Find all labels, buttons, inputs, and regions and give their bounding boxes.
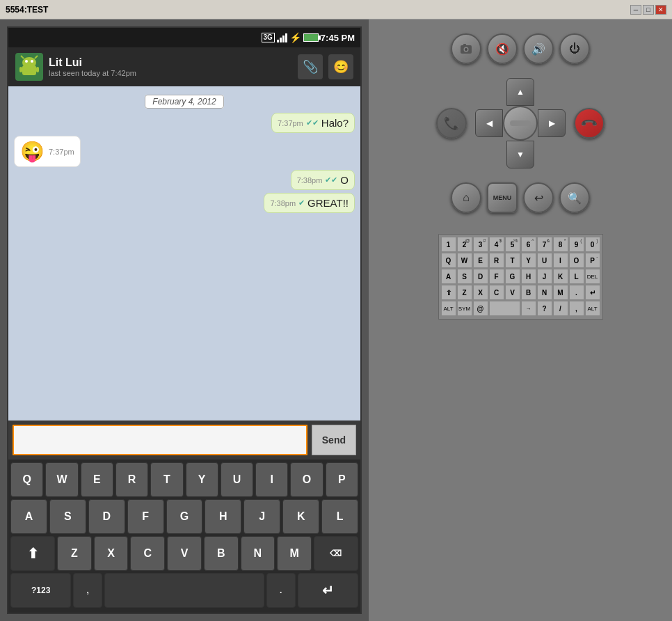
key-w[interactable]: W	[45, 462, 78, 497]
attach-button[interactable]: 📎	[298, 54, 323, 79]
key-v[interactable]: V	[167, 536, 202, 571]
key-y[interactable]: Y	[186, 462, 218, 497]
key-u[interactable]: U	[221, 462, 253, 497]
mini-key-t[interactable]: T	[505, 253, 520, 268]
mini-key-shift[interactable]: ⇧	[441, 285, 456, 300]
mini-key-7[interactable]: 7&	[537, 237, 552, 252]
mini-key-x[interactable]: X	[473, 285, 488, 300]
key-c[interactable]: C	[130, 536, 165, 571]
key-x[interactable]: X	[94, 536, 129, 571]
key-b[interactable]: B	[204, 536, 239, 571]
maximize-button[interactable]: □	[643, 5, 654, 15]
mini-key-u[interactable]: U	[537, 253, 552, 268]
volume-up-button[interactable]: 🔊	[523, 33, 554, 64]
emoji-button[interactable]: 😊	[328, 54, 353, 79]
key-period[interactable]: .	[266, 573, 296, 608]
key-e[interactable]: E	[81, 462, 113, 497]
mini-key-l[interactable]: L	[569, 269, 584, 284]
call-green-button[interactable]: 📞	[436, 108, 467, 139]
mini-key-3[interactable]: 3#	[473, 237, 488, 252]
key-d[interactable]: D	[88, 499, 125, 534]
search-button[interactable]: 🔍	[559, 182, 590, 213]
mini-key-k[interactable]: K	[553, 269, 568, 284]
mini-key-8[interactable]: 8*	[553, 237, 568, 252]
key-t[interactable]: T	[150, 462, 183, 497]
key-i[interactable]: I	[255, 462, 288, 497]
key-h[interactable]: H	[205, 499, 241, 534]
mini-key-j[interactable]: J	[537, 269, 552, 284]
close-button[interactable]: ✕	[655, 5, 666, 15]
mini-key-w[interactable]: W	[457, 253, 472, 268]
mini-key-g[interactable]: G	[505, 269, 520, 284]
key-g[interactable]: G	[166, 499, 203, 534]
mini-key-s[interactable]: S	[457, 269, 472, 284]
mini-key-space[interactable]	[489, 301, 520, 316]
mini-key-z[interactable]: Z	[457, 285, 472, 300]
key-p[interactable]: P	[326, 462, 358, 497]
mini-key-m[interactable]: M	[553, 285, 568, 300]
key-comma[interactable]: ,	[73, 573, 102, 608]
mini-key-comma[interactable]: ,	[569, 301, 584, 316]
mini-key-q[interactable]: Q	[441, 253, 456, 268]
key-f[interactable]: F	[127, 499, 164, 534]
camera-button[interactable]	[451, 33, 481, 64]
mini-key-i[interactable]: I	[553, 253, 568, 268]
mini-key-sym[interactable]: SYM	[457, 301, 472, 316]
mini-key-c[interactable]: C	[489, 285, 504, 300]
mini-key-a[interactable]: A	[441, 269, 456, 284]
key-z[interactable]: Z	[57, 536, 92, 571]
mini-key-9[interactable]: 9(	[569, 237, 584, 252]
mini-key-del[interactable]: DEL	[585, 269, 600, 284]
key-m[interactable]: M	[277, 536, 312, 571]
key-numbers[interactable]: ?123	[10, 573, 71, 608]
mini-key-question[interactable]: ?	[537, 301, 552, 316]
mini-key-alt-right[interactable]: ALT	[585, 301, 600, 316]
dpad-up-button[interactable]: ▲	[506, 78, 534, 106]
mini-key-h[interactable]: H	[521, 269, 536, 284]
key-o[interactable]: O	[290, 462, 323, 497]
mini-key-arrow[interactable]: →	[521, 301, 536, 316]
key-r[interactable]: R	[115, 462, 148, 497]
dpad-right-button[interactable]: ▶	[538, 109, 566, 137]
dpad-center-button[interactable]	[503, 106, 538, 141]
mini-key-period[interactable]: .	[569, 285, 584, 300]
mini-key-o[interactable]: O	[569, 253, 584, 268]
key-k[interactable]: K	[282, 499, 319, 534]
mini-key-at[interactable]: @	[473, 301, 488, 316]
back-button[interactable]: ↩	[523, 182, 554, 213]
key-enter[interactable]: ↵	[298, 573, 358, 608]
mini-key-2[interactable]: 2@	[457, 237, 472, 252]
mini-key-f[interactable]: F	[489, 269, 504, 284]
mini-key-d[interactable]: D	[473, 269, 488, 284]
key-delete[interactable]: ⌫	[314, 536, 358, 571]
key-j[interactable]: J	[243, 499, 280, 534]
call-end-button[interactable]: 📞	[574, 108, 605, 139]
send-button[interactable]: Send	[312, 425, 356, 455]
mini-key-5[interactable]: 5%	[505, 237, 520, 252]
mini-key-0[interactable]: 0)	[585, 237, 600, 252]
key-s[interactable]: S	[49, 499, 86, 534]
mini-key-4[interactable]: 4$	[489, 237, 504, 252]
mini-key-p[interactable]: P-	[585, 253, 600, 268]
power-button[interactable]: ⏻	[559, 33, 590, 64]
home-button[interactable]: ⌂	[451, 182, 481, 213]
mini-key-alt-left[interactable]: ALT	[441, 301, 456, 316]
mini-key-y[interactable]: Y	[521, 253, 536, 268]
mini-key-6[interactable]: 6^	[521, 237, 536, 252]
mini-key-slash[interactable]: /	[553, 301, 568, 316]
mini-key-v[interactable]: V	[505, 285, 520, 300]
dpad-down-button[interactable]: ▼	[506, 141, 534, 168]
menu-button[interactable]: MENU	[487, 182, 518, 213]
minimize-button[interactable]: ─	[630, 5, 641, 15]
key-a[interactable]: A	[10, 499, 47, 534]
key-space[interactable]	[104, 573, 264, 608]
key-l[interactable]: L	[321, 499, 358, 534]
mini-key-r[interactable]: R	[489, 253, 504, 268]
key-shift[interactable]: ⬆	[10, 536, 55, 571]
volume-down-button[interactable]: 🔇	[487, 33, 518, 64]
mini-key-enter[interactable]: ↵	[585, 285, 600, 300]
mini-key-1[interactable]: 1	[441, 237, 456, 252]
key-n[interactable]: N	[241, 536, 275, 571]
key-q[interactable]: Q	[10, 462, 43, 497]
mini-key-e[interactable]: E	[473, 253, 488, 268]
